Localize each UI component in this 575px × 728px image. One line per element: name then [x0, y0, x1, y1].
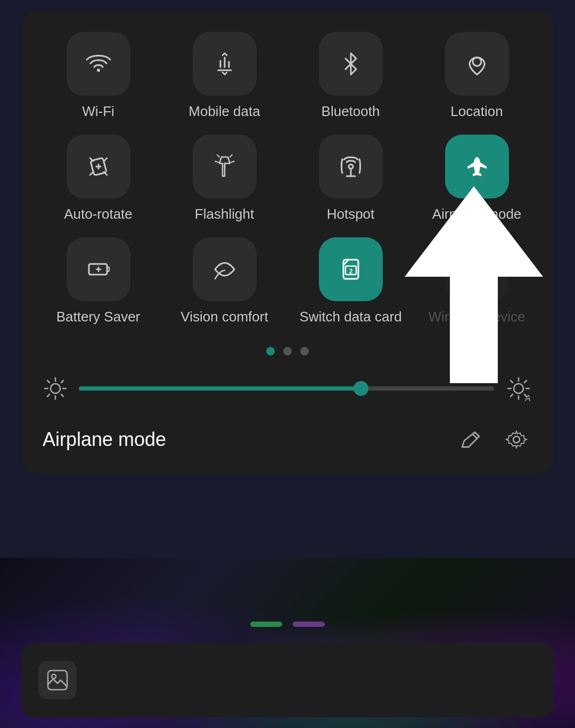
brightness-thumb	[354, 381, 368, 396]
gallery-icon-wrap	[38, 661, 77, 699]
hotspot-label: Hotspot	[327, 206, 375, 222]
flashlight-icon	[211, 153, 239, 180]
auto-rotate-icon-wrap	[67, 135, 130, 198]
gallery-bar[interactable]	[21, 643, 554, 717]
arrow-overlay	[405, 181, 543, 383]
mobile-data-icon-wrap	[193, 32, 257, 96]
vision-comfort-icon-wrap	[193, 237, 257, 301]
active-mode-label: Airplane mode	[43, 428, 166, 451]
airplane-icon	[463, 153, 491, 180]
svg-line-34	[511, 394, 513, 396]
svg-point-17	[51, 384, 60, 393]
nav-indicator-green	[250, 622, 282, 627]
qs-bluetooth[interactable]: Bluetooth	[293, 32, 408, 120]
svg-point-26	[514, 384, 523, 393]
pagination-dot-3[interactable]	[300, 347, 309, 355]
qs-auto-rotate[interactable]: Auto-rotate	[40, 135, 156, 222]
svg-rect-10	[107, 267, 109, 271]
vision-comfort-icon	[211, 255, 239, 283]
svg-marker-41	[405, 186, 543, 383]
status-bar-row: Airplane mode	[40, 424, 535, 456]
auto-rotate-icon	[85, 153, 112, 180]
svg-point-40	[52, 674, 56, 679]
svg-line-36	[473, 434, 477, 439]
svg-line-24	[61, 380, 63, 383]
battery-saver-icon-wrap	[67, 237, 130, 301]
brightness-slider[interactable]	[79, 385, 494, 392]
flashlight-label: Flashlight	[195, 206, 254, 222]
wifi-label: Wi-Fi	[82, 103, 114, 120]
location-icon	[463, 50, 491, 78]
qs-location[interactable]: Location	[419, 32, 535, 120]
location-icon-wrap	[445, 32, 509, 96]
qs-hotspot[interactable]: Hotspot	[293, 135, 408, 222]
vision-comfort-label: Vision comfort	[180, 309, 268, 325]
qs-wifi[interactable]: Wi-Fi	[40, 32, 156, 120]
svg-line-25	[47, 394, 50, 396]
pagination-dot-1[interactable]	[266, 347, 275, 355]
gallery-icon	[46, 668, 69, 692]
svg-text:A: A	[524, 394, 531, 402]
wifi-icon	[85, 50, 112, 78]
bluetooth-icon-wrap	[319, 32, 383, 96]
auto-rotate-label: Auto-rotate	[64, 206, 133, 222]
svg-line-22	[47, 380, 50, 383]
svg-text:2: 2	[349, 268, 352, 275]
mobile-data-icon	[211, 50, 239, 78]
svg-point-0	[97, 69, 100, 72]
status-icons	[454, 424, 532, 456]
bluetooth-icon	[337, 50, 365, 78]
nav-indicators	[21, 622, 554, 627]
qs-switch-data-card[interactable]: 2 Switch data card	[293, 237, 408, 325]
bluetooth-label: Bluetooth	[322, 103, 380, 120]
settings-button[interactable]	[500, 424, 532, 456]
battery-saver-label: Battery Saver	[56, 309, 141, 325]
brightness-track	[79, 386, 494, 391]
pagination-dot-2[interactable]	[283, 347, 292, 355]
brightness-fill	[79, 386, 361, 391]
mobile-data-label: Mobile data	[188, 103, 260, 120]
qs-vision-comfort[interactable]: Vision comfort	[167, 237, 282, 325]
flashlight-icon-wrap	[193, 135, 257, 198]
svg-point-38	[513, 436, 520, 443]
edit-button[interactable]	[454, 424, 486, 456]
hotspot-icon-wrap	[319, 135, 383, 198]
switch-data-card-label: Switch data card	[299, 309, 401, 325]
hotspot-icon	[337, 153, 365, 180]
brightness-low-icon	[43, 376, 68, 401]
svg-rect-39	[48, 671, 67, 690]
wifi-icon-wrap	[67, 32, 130, 96]
qs-battery-saver[interactable]: Battery Saver	[40, 237, 156, 325]
nav-indicator-purple	[293, 622, 325, 627]
qs-mobile-data[interactable]: Mobile data	[167, 32, 282, 120]
sim-card-icon: 2	[337, 255, 365, 283]
switch-data-card-icon-wrap: 2	[319, 237, 383, 301]
svg-line-23	[61, 394, 63, 396]
qs-flashlight[interactable]: Flashlight	[167, 135, 282, 222]
battery-saver-icon	[85, 255, 112, 283]
location-label: Location	[450, 103, 503, 120]
